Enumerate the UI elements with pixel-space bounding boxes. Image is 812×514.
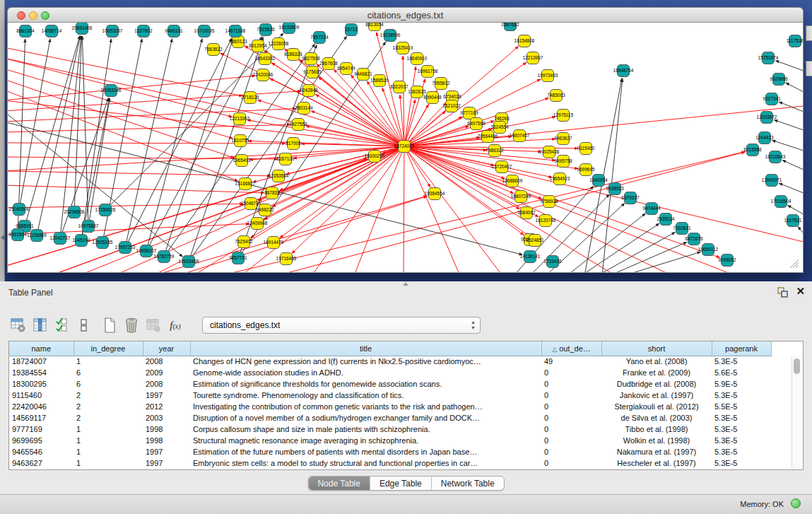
graph-node[interactable]: 8267130 [276,153,295,165]
graph-node[interactable]: 7815526 [257,24,275,36]
graph-node[interactable]: 7663822 [204,44,223,56]
graph-node[interactable]: 8990448 [423,92,442,104]
graph-node[interactable]: 7857224 [310,32,329,44]
graph-node[interactable]: 9227341 [763,93,781,105]
network-window-titlebar[interactable]: citations_edges.txt [7,7,804,23]
graph-node[interactable]: 10654112 [698,244,719,256]
graph-node[interactable]: 2718126 [241,92,259,104]
graph-node[interactable]: 10653287 [102,25,123,37]
tab-edge-table[interactable]: Edge Table [370,477,432,490]
graph-node[interactable]: 18300295 [365,151,385,163]
graph-node[interactable]: 8471676 [685,233,703,245]
table-row[interactable]: 1456911722003Disruption of a novel membe… [9,412,771,424]
graph-node[interactable]: 19218596 [380,30,401,42]
graph-node[interactable]: 10719195 [194,25,215,37]
column-header-title[interactable]: title [190,341,541,356]
graph-node[interactable]: 12042737 [50,233,71,245]
graph-node[interactable]: 12213967 [523,52,543,64]
graph-node[interactable]: 15720407 [492,161,512,173]
graph-node[interactable]: 12226058 [269,38,289,50]
graph-node[interactable]: 9466161 [165,25,183,37]
graph-node[interactable]: 1145194 [73,235,90,247]
graph-node[interactable]: 9857791 [229,252,247,264]
graph-node[interactable]: 1244413 [755,132,774,144]
column-header-out-de-[interactable]: △out_de… [541,341,601,356]
graph-node[interactable]: 15723 [345,24,358,36]
graph-node[interactable]: 14055714 [42,25,62,37]
graph-node[interactable]: 12923468 [179,256,199,268]
graph-node[interactable]: 9699695 [577,164,595,176]
column-header-pagerank[interactable]: pagerank [712,341,771,356]
graph-node[interactable]: 12213363 [230,113,250,125]
table-row[interactable]: 977716911998Corpus callosum shape and si… [9,424,771,435]
graph-node[interactable]: 887833 [264,187,280,199]
graph-node[interactable]: 7485063 [547,90,565,102]
collapse-arrow-icon[interactable] [1,235,4,240]
graph-node[interactable]: 9245052 [718,255,736,267]
graph-node[interactable]: 7625402 [235,236,253,248]
table-row[interactable]: 1938455462009Genome-wide association stu… [9,367,771,378]
new-column-button[interactable] [101,316,118,334]
table-row[interactable]: 946554611997Estimation of the future num… [9,446,771,457]
graph-node[interactable]: 16154808 [514,35,535,47]
graph-node[interactable]: 13992971 [762,175,782,187]
graph-node[interactable]: 8427552 [289,119,307,131]
import-table-button-disabled[interactable] [145,316,162,334]
graph-node[interactable]: 15751874 [758,52,779,64]
graph-node[interactable]: 19654923 [550,173,570,185]
graph-node[interactable]: 12353584 [269,170,289,182]
graph-node[interactable]: 1733426 [543,256,562,268]
table-row[interactable]: 1872400712008Changes of HCN gene express… [9,356,771,367]
graph-node[interactable]: 12975115 [553,110,574,122]
column-header-year[interactable]: year [143,341,190,356]
graph-node[interactable]: 18640910 [407,53,428,65]
graph-node[interactable]: 8813054 [365,23,384,31]
graph-node[interactable]: 2867608 [319,58,338,70]
graph-node[interactable]: 16961758 [418,66,438,78]
graph-node[interactable]: 8861304 [16,25,35,37]
table-scrollbar-thumb[interactable] [794,358,800,374]
graph-node[interactable]: 15166827 [235,178,256,190]
resize-grip[interactable] [789,258,800,269]
graph-node[interactable]: 10688609 [502,175,523,187]
graph-node[interactable]: 20206506 [64,206,85,218]
graph-node[interactable]: 1117538 [787,35,803,47]
graph-node[interactable]: 20891406 [72,23,93,35]
graph-node[interactable]: 7932621 [673,223,691,235]
graph-node[interactable]: 25060506 [9,204,30,216]
column-header-name[interactable]: name [9,341,73,356]
graph-node[interactable]: 9329966 [770,74,788,86]
tab-node-table[interactable]: Node Table [308,477,370,490]
graph-node[interactable]: 2687682 [501,23,519,31]
graph-node[interactable]: 1527602 [134,25,153,37]
graph-node[interactable]: 7986322 [486,145,504,157]
graph-node[interactable]: 1167531 [784,215,802,227]
splitter-handle[interactable] [403,282,408,286]
graph-node[interactable]: 10973493 [538,70,558,82]
column-header-in-degree[interactable]: in_degree [73,341,143,356]
table-row[interactable]: 2242004622012Investigating the contribut… [9,401,771,412]
graph-node[interactable]: 9827508 [302,53,320,65]
graph-node[interactable]: 9495758 [554,156,572,168]
graph-node[interactable]: 8215958 [743,144,762,156]
float-panel-icon[interactable] [777,286,788,298]
graph-node[interactable]: 16120746 [536,215,556,227]
network-canvas[interactable]: 1872400776638229860123891295412226058165… [7,23,804,273]
graph-node[interactable]: 18807249 [511,191,531,203]
close-panel-icon[interactable]: ✕ [796,285,805,298]
graph-node[interactable]: 1810755 [231,135,249,147]
table-row[interactable]: 969969511998Structural magnetic resonanc… [9,435,771,446]
graph-node[interactable]: 8186328 [284,49,302,61]
graph-node[interactable]: 19384554 [425,188,445,200]
graph-node[interactable]: 9860123 [229,36,247,48]
graph-node[interactable]: 9474444 [642,203,661,215]
network-table-selector[interactable]: citations_edges.txt ▲▼ [202,317,481,334]
graph-node[interactable]: 18325419 [393,42,413,54]
graph-node[interactable]: 16648764 [613,65,634,77]
memory-indicator[interactable] [791,498,801,508]
graph-node[interactable]: 9115460 [577,143,595,155]
graph-node[interactable]: 16782759 [154,251,175,263]
graph-node[interactable]: 19716485 [276,253,297,265]
tab-network-table[interactable]: Network Table [432,477,504,490]
select-all-columns-button[interactable] [54,316,71,334]
